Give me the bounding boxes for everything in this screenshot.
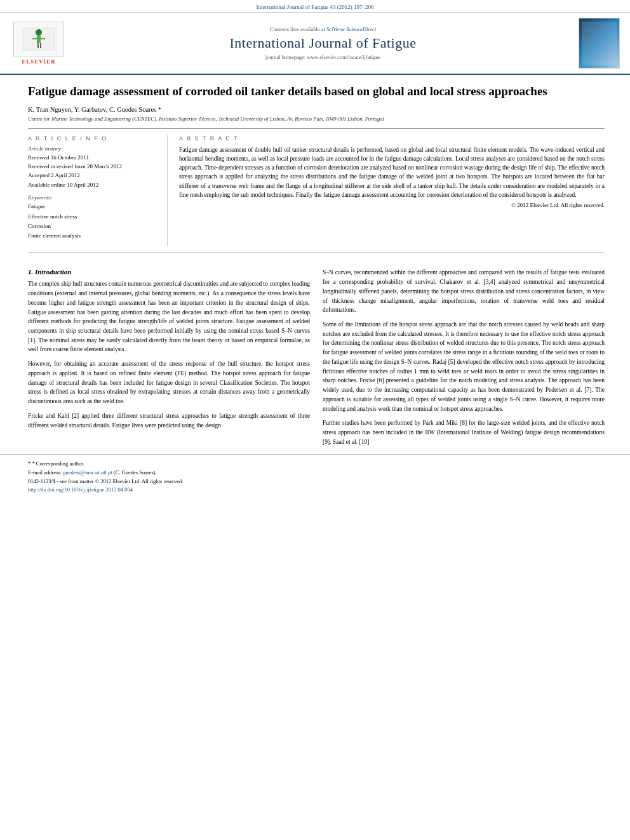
journal-title-section: Contents lists available at SciVerse Sci…	[67, 26, 579, 60]
doi-link[interactable]: http://dx.doi.org/10.1016/j.ijfatigue.20…	[28, 486, 133, 493]
history-label: Article history:	[28, 145, 156, 152]
paper-content: Fatigue damage assessment of corroded oi…	[0, 75, 630, 268]
received-date-2: Received in revised form 20 March 2012	[28, 162, 156, 171]
email-label: E-mail address:	[28, 469, 62, 476]
footnote-section: * * Corresponding author. E-mail address…	[0, 454, 630, 494]
right-para-3: Further studies have been performed by P…	[323, 418, 605, 446]
intro-para-1: The complex ship hull structures contain…	[28, 279, 310, 354]
authors-text: K. Tran Nguyen, Y. Garbatov, C. Guedes S…	[28, 106, 161, 113]
journal-citation-bar: International Journal of Fatigue 43 (201…	[0, 0, 630, 13]
email-address[interactable]: guedess@mar.ist.utl.pt	[63, 469, 112, 476]
svg-rect-2	[37, 36, 41, 43]
article-info-heading: A R T I C L E I N F O	[28, 135, 156, 142]
abstract-text: Fatigue damage assessment of double hull…	[179, 145, 605, 200]
svg-rect-5	[37, 43, 39, 48]
affiliation-line: Centre for Marine Technology and Enginee…	[28, 116, 605, 129]
contents-label: Contents lists available at	[270, 26, 325, 32]
keywords-list: Fatigue Effective notch stress Corrosion…	[28, 202, 156, 241]
svg-point-1	[36, 29, 42, 36]
star-note: * * Corresponding author.	[28, 460, 605, 469]
email-note: E-mail address: guedess@mar.ist.utl.pt (…	[28, 469, 605, 477]
corresponding-author-label: * Corresponding author.	[32, 460, 84, 467]
elsevier-logo: ELSEVIER	[10, 22, 67, 65]
right-para-1: S–N curves, recommended within the diffe…	[323, 268, 605, 315]
body-right-col: S–N curves, recommended within the diffe…	[323, 268, 605, 451]
available-date: Available online 10 April 2012	[28, 180, 156, 189]
abstract-heading: A B S T R A C T	[179, 135, 605, 142]
journal-header: ELSEVIER Contents lists available at Sci…	[0, 13, 630, 75]
contents-available-line: Contents lists available at SciVerse Sci…	[74, 26, 572, 32]
elsevier-logo-image	[13, 22, 64, 57]
keywords-label: Keywords:	[28, 194, 156, 201]
affiliation-text: Centre for Marine Technology and Enginee…	[28, 116, 384, 122]
intro-section-title: 1. Introduction	[28, 268, 310, 276]
issn-note: 0142-1123/$ - see front matter © 2012 El…	[28, 477, 605, 486]
accepted-date: Accepted 2 April 2012	[28, 171, 156, 180]
journal-citation-text: International Journal of Fatigue 43 (201…	[257, 4, 374, 10]
received-date-1: Received 16 October 2011	[28, 153, 156, 162]
body-left-col: 1. Introduction The complex ship hull st…	[28, 268, 310, 451]
authors-line: K. Tran Nguyen, Y. Garbatov, C. Guedes S…	[28, 106, 605, 113]
keywords-group: Keywords: Fatigue Effective notch stress…	[28, 194, 156, 241]
body-columns: 1. Introduction The complex ship hull st…	[0, 268, 630, 451]
intro-para-2: However, for obtaining an accurate asses…	[28, 359, 310, 406]
keyword-4: Finite element analysis	[28, 231, 156, 241]
doi-note: http://dx.doi.org/10.1016/j.ijfatigue.20…	[28, 486, 605, 495]
keyword-3: Corrosion	[28, 222, 156, 231]
right-para-2: Some of the limitations of the hotspot s…	[323, 320, 605, 413]
email-suffix: (C. Guedes Soares).	[114, 469, 157, 476]
paper-title: Fatigue damage assessment of corroded oi…	[28, 84, 605, 100]
info-abstract-section: A R T I C L E I N F O Article history: R…	[28, 135, 605, 246]
svg-rect-6	[40, 43, 41, 48]
keyword-2: Effective notch stress	[28, 212, 156, 222]
elsevier-wordmark: ELSEVIER	[22, 58, 56, 65]
article-info-col: A R T I C L E I N F O Article history: R…	[28, 135, 168, 246]
section-divider	[28, 252, 605, 253]
abstract-col: A B S T R A C T Fatigue damage assessmen…	[168, 135, 605, 246]
journal-cover-image	[579, 18, 620, 69]
sciverse-link[interactable]: SciVerse ScienceDirect	[326, 26, 376, 32]
article-history-group: Article history: Received 16 October 201…	[28, 145, 156, 190]
intro-para-3: Fricke and Kahl [2] applied three differ…	[28, 411, 310, 430]
journal-name: International Journal of Fatigue	[74, 35, 572, 51]
copyright-text: © 2012 Elsevier Ltd. All rights reserved…	[179, 202, 605, 208]
journal-homepage: journal homepage: www.elsevier.com/locat…	[74, 54, 572, 60]
keyword-1: Fatigue	[28, 202, 156, 211]
journal-cover-thumb	[579, 18, 620, 69]
